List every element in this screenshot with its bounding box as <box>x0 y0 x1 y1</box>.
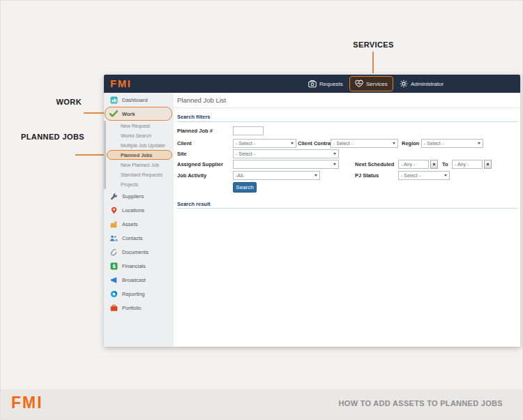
next-scheduled-select-value: - Any - <box>401 162 415 167</box>
tutorial-title: HOW TO ADD ASSETS TO PLANNED JOBS <box>339 399 503 407</box>
sidebar-item-broadcast[interactable]: Broadcast <box>104 273 174 287</box>
header-divider <box>174 107 520 108</box>
sidebar-item-new-planned-job[interactable]: New Planned Job <box>106 160 174 170</box>
assigned-supplier-select[interactable] <box>233 160 339 169</box>
sidebar-item-portfolio[interactable]: Portfolio <box>104 301 174 315</box>
services-annotation-line <box>372 52 374 73</box>
to-select[interactable]: - Any - <box>452 160 483 169</box>
factory-icon <box>109 220 118 228</box>
region-select[interactable]: - Select - <box>421 139 483 148</box>
services-annotation-label: SERVICES <box>340 40 407 49</box>
sidebar-item-label: New Planned Job <box>121 163 159 167</box>
site-select[interactable]: - Select - <box>233 149 339 158</box>
sidebar-item-label: New Request <box>121 123 150 128</box>
next-scheduled-picker-button[interactable] <box>430 160 438 169</box>
sidebar-item-new-request[interactable]: New Request <box>106 121 174 130</box>
work-annotation-label: WORK <box>43 98 82 106</box>
to-picker-button[interactable] <box>484 160 492 169</box>
region-select-value: - Select - <box>424 141 444 146</box>
sidebar-item-label: Reporting <box>122 291 145 297</box>
checkmark-icon <box>109 110 118 118</box>
requests-camera-icon <box>308 80 317 88</box>
map-pin-icon <box>109 206 118 214</box>
client-select[interactable]: - Select - <box>233 139 296 148</box>
pj-status-label: PJ Status <box>355 171 379 180</box>
chevron-down-icon <box>444 174 447 177</box>
site-label: Site <box>177 149 187 158</box>
sidebar-item-label: Works Search <box>121 133 151 138</box>
chevron-down-icon <box>393 142 395 144</box>
page-title: Planned Job List <box>177 96 226 104</box>
dashboard-icon <box>109 96 118 104</box>
sidebar-item-standard-requests[interactable]: Standard Requests <box>106 170 174 179</box>
sidebar-item-label: Contacts <box>122 235 143 241</box>
picker-dot-icon <box>433 163 435 165</box>
sidebar-item-label: Broadcast <box>122 277 146 283</box>
search-result-heading: Search result <box>177 201 211 207</box>
job-activity-select[interactable]: -All- <box>233 171 320 180</box>
search-filters-divider <box>177 121 518 122</box>
sidebar-item-locations[interactable]: Locations <box>104 203 174 217</box>
client-select-value: - Select - <box>236 141 255 146</box>
briefcase-icon <box>109 303 118 312</box>
region-label: Region <box>402 139 419 148</box>
sidebar-item-label: Planned Jobs <box>121 153 153 158</box>
nav-requests-label: Requests <box>319 81 343 87</box>
sidebar-item-financials[interactable]: $ Financials <box>104 259 174 273</box>
next-scheduled-select[interactable]: - Any - <box>398 160 429 169</box>
dollar-icon: $ <box>109 262 118 270</box>
people-icon <box>109 234 118 242</box>
nav-services-label: Services <box>366 81 388 87</box>
fmi-logo: FMI <box>110 77 131 89</box>
sidebar-item-label: Portfolio <box>122 305 142 311</box>
sidebar-item-assets[interactable]: Assets <box>104 217 174 231</box>
planned-job-number-input[interactable] <box>233 126 264 135</box>
sidebar-item-works-search[interactable]: Works Search <box>106 130 174 140</box>
nav-requests[interactable]: Requests <box>308 75 343 93</box>
sidebar-item-label: Work <box>122 111 135 117</box>
sidebar-item-label: Dashboard <box>122 97 148 103</box>
chevron-down-icon <box>478 142 480 144</box>
search-button[interactable]: Search <box>233 182 257 193</box>
planned-jobs-annotation-label: PLANNED JOBS <box>21 133 84 141</box>
client-contract-label: Client Contract <box>298 139 335 148</box>
sidebar-item-label: Multiple Job Updater <box>121 143 165 148</box>
app-window: FMI Requests Services Administrator <box>104 75 520 347</box>
sidebar-item-work[interactable]: Work <box>104 107 174 121</box>
sidebar-item-label: Suppliers <box>122 193 144 200</box>
work-subitems: New Request Works Search Multiple Job Up… <box>104 121 174 189</box>
pj-status-select[interactable]: - Select - <box>398 171 450 180</box>
sidebar-item-suppliers[interactable]: Suppliers <box>104 189 174 203</box>
sidebar-item-documents[interactable]: Documents <box>104 245 174 259</box>
nav-administrator-label: Administrator <box>411 81 444 87</box>
sidebar-item-label: Projects <box>121 182 138 187</box>
sidebar-item-projects[interactable]: Projects <box>106 179 174 189</box>
search-result-divider <box>177 208 518 209</box>
job-activity-select-value: -All- <box>236 173 244 178</box>
pj-status-select-value: - Select - <box>401 173 420 178</box>
to-label: To <box>442 160 448 169</box>
client-contract-select[interactable]: - Select - <box>331 139 398 148</box>
paperclip-icon <box>109 248 118 256</box>
sidebar-item-dashboard[interactable]: Dashboard <box>104 93 174 107</box>
next-scheduled-label: Next Scheduled <box>355 160 394 169</box>
sidebar-item-label: Locations <box>122 207 144 213</box>
svg-text:$: $ <box>112 263 115 269</box>
nav-services[interactable]: Services <box>349 76 393 91</box>
chevron-down-icon <box>333 153 336 155</box>
sidebar-item-contacts[interactable]: Contacts <box>104 231 174 245</box>
sidebar-item-label: Assets <box>122 221 138 227</box>
chevron-down-icon <box>291 142 294 144</box>
megaphone-icon <box>109 276 118 284</box>
services-heartbeat-icon <box>355 80 363 88</box>
search-filters-heading: Search filters <box>177 114 211 120</box>
job-activity-label: Job Activity <box>177 171 206 180</box>
chevron-down-icon <box>333 163 336 165</box>
work-annotation-line <box>84 112 105 114</box>
main-content: Planned Job List Search filters Planned … <box>174 93 520 347</box>
sidebar-item-planned-jobs[interactable]: Planned Jobs <box>106 150 174 160</box>
sidebar-item-multiple-job-updater[interactable]: Multiple Job Updater <box>106 140 174 150</box>
planned-jobs-annotation-line <box>75 154 105 156</box>
sidebar-item-reporting[interactable]: Reporting <box>104 287 174 301</box>
nav-administrator[interactable]: Administrator <box>400 75 444 93</box>
